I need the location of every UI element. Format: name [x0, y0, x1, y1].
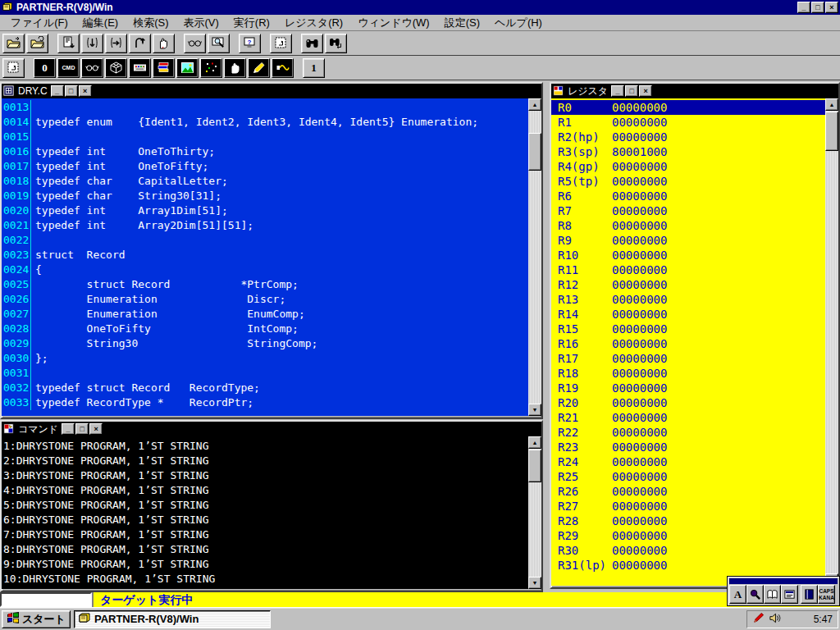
register-row[interactable]: R2900000000: [551, 528, 825, 543]
command-output-area[interactable]: 1:DHRYSTONE PROGRAM, 1’ST STRING2:DHRYST…: [2, 436, 541, 589]
menu-item-view[interactable]: 表示(V): [176, 14, 226, 32]
scroll-down-icon[interactable]: ▼: [528, 404, 541, 416]
source-line[interactable]: 0023struct Record: [3, 248, 528, 262]
inspect-button[interactable]: [208, 34, 230, 53]
menu-item-config[interactable]: 設定(S): [437, 14, 487, 32]
source-code-area[interactable]: 00130014typedef enum {Ident1, Ident2, Id…: [2, 98, 541, 416]
scroll-up-icon[interactable]: ▲: [528, 98, 541, 111]
register-list-area[interactable]: R000000000R100000000R2(hp)00000000R3(sp)…: [551, 98, 838, 586]
start-button[interactable]: スタート: [2, 610, 71, 628]
source-line[interactable]: 0024{: [3, 262, 528, 277]
command-minimize-button[interactable]: _: [62, 423, 75, 435]
source-scrollbar[interactable]: ▲ ▼: [528, 98, 541, 416]
register-row[interactable]: R1300000000: [551, 292, 825, 307]
source-line[interactable]: 0031: [3, 366, 528, 381]
source-line[interactable]: 0016typedef int OneToThirty;: [3, 144, 528, 159]
register-row[interactable]: R100000000: [551, 115, 825, 130]
register-row[interactable]: R2400000000: [551, 454, 825, 469]
source-line[interactable]: 0013: [3, 100, 528, 115]
register-row[interactable]: R2700000000: [551, 499, 825, 514]
register-row[interactable]: R2600000000: [551, 484, 825, 499]
window-layout-button[interactable]: [270, 34, 292, 53]
step-into-button[interactable]: [81, 34, 103, 53]
source-window-title-bar[interactable]: DRY.C _ □ ×: [2, 84, 541, 98]
menu-item-edit[interactable]: 編集(E): [75, 14, 126, 32]
menu-item-search[interactable]: 検索(S): [126, 14, 176, 32]
register-row[interactable]: R700000000: [551, 203, 825, 218]
source-line[interactable]: 0020typedef int Array1Dim[51];: [3, 203, 528, 218]
source-line[interactable]: 0022: [3, 233, 528, 248]
ime-magnifier-icon[interactable]: [746, 585, 764, 604]
menu-item-window[interactable]: ウィンドウ(W): [350, 14, 436, 32]
command-window-title-bar[interactable]: コマンド _ □ ×: [2, 422, 541, 436]
caps-kana-indicator[interactable]: CAPSKANA: [818, 585, 835, 604]
scroll-up-icon[interactable]: ▲: [825, 98, 838, 111]
register-view-button[interactable]: [153, 58, 175, 78]
source-line[interactable]: 0019typedef char String30[31];: [3, 189, 528, 203]
watch-view-button[interactable]: [81, 58, 103, 78]
register-row[interactable]: R31(lp)00000000: [551, 558, 825, 573]
source-line[interactable]: 0027 Enumeration EnumComp;: [3, 307, 528, 322]
register-row[interactable]: R1100000000: [551, 262, 825, 277]
source-line[interactable]: 0028 OneToFifty IntComp;: [3, 322, 528, 336]
step-over-button[interactable]: [105, 34, 127, 53]
register-row[interactable]: R1700000000: [551, 351, 825, 366]
break-view-button[interactable]: [224, 58, 246, 78]
monitor-help-button[interactable]: ?: [239, 34, 261, 53]
task-button-partner[interactable]: PARTNER-R(V8)/Win: [74, 610, 271, 628]
find-button[interactable]: [301, 34, 323, 53]
register-row[interactable]: R600000000: [551, 189, 825, 203]
source-line[interactable]: 0030};: [3, 351, 528, 366]
register-row[interactable]: R3(sp)80001000: [551, 144, 825, 159]
register-maximize-button[interactable]: □: [625, 85, 638, 97]
volume-speaker-icon[interactable]: [769, 612, 781, 627]
trace-view-button[interactable]: [200, 58, 222, 78]
menu-item-file[interactable]: ファイル(F): [3, 14, 75, 32]
one-view-button[interactable]: 1: [303, 58, 325, 78]
source-line[interactable]: 0032typedef struct Record RecordType;: [3, 381, 528, 395]
watch-button[interactable]: [184, 34, 206, 53]
register-row[interactable]: R900000000: [551, 233, 825, 248]
window-layout-2-button[interactable]: [2, 58, 25, 78]
download-button[interactable]: [57, 34, 80, 53]
register-row[interactable]: R2800000000: [551, 514, 825, 528]
ime-input-mode-button[interactable]: A: [729, 585, 746, 604]
source-minimize-button[interactable]: _: [51, 85, 64, 97]
source-line[interactable]: 0026 Enumeration Discr;: [3, 292, 528, 307]
register-row[interactable]: R2300000000: [551, 440, 825, 454]
scroll-up-icon[interactable]: ▲: [528, 436, 541, 449]
scroll-down-icon[interactable]: ▼: [528, 577, 541, 589]
source-maximize-button[interactable]: □: [65, 85, 78, 97]
register-row[interactable]: R000000000: [551, 100, 825, 115]
register-row[interactable]: R5(tp)00000000: [551, 174, 825, 189]
register-row[interactable]: R1600000000: [551, 336, 825, 351]
register-row[interactable]: R4(gp)00000000: [551, 159, 825, 174]
register-window-title-bar[interactable]: レジスタ _ □ ×: [551, 84, 838, 98]
register-scrollbar[interactable]: ▲ ▼: [825, 98, 838, 586]
register-row[interactable]: R1900000000: [551, 381, 825, 395]
register-row[interactable]: R2000000000: [551, 395, 825, 410]
register-row[interactable]: R800000000: [551, 218, 825, 233]
ime-dictionary-book-icon[interactable]: [764, 585, 781, 604]
edit-view-button[interactable]: [248, 58, 270, 78]
source-line[interactable]: 0033typedef RecordType * RecordPtr;: [3, 395, 528, 410]
ime-pen-icon[interactable]: [752, 612, 765, 627]
register-row[interactable]: R1400000000: [551, 307, 825, 322]
open-file-button[interactable]: [2, 34, 25, 53]
source-line[interactable]: 0018typedef char CapitalLetter;: [3, 174, 528, 189]
menu-item-help[interactable]: ヘルプ(H): [487, 14, 550, 32]
register-row[interactable]: R1800000000: [551, 366, 825, 381]
register-row[interactable]: R2(hp)00000000: [551, 130, 825, 144]
command-close-button[interactable]: ×: [89, 423, 103, 435]
menu-item-run[interactable]: 実行(R): [226, 14, 277, 32]
command-scrollbar[interactable]: ▲ ▼: [528, 436, 541, 589]
reload-file-button[interactable]: [26, 34, 48, 53]
source-line[interactable]: 0015: [3, 130, 528, 144]
register-row[interactable]: R2500000000: [551, 469, 825, 484]
source-close-button[interactable]: ×: [79, 85, 92, 97]
register-row[interactable]: R1200000000: [551, 277, 825, 292]
command-maximize-button[interactable]: □: [75, 423, 89, 435]
ime-wordbook-icon[interactable]: [801, 585, 818, 604]
source-line[interactable]: 0017typedef int OneToFifty;: [3, 159, 528, 174]
find-next-button[interactable]: [325, 34, 347, 53]
